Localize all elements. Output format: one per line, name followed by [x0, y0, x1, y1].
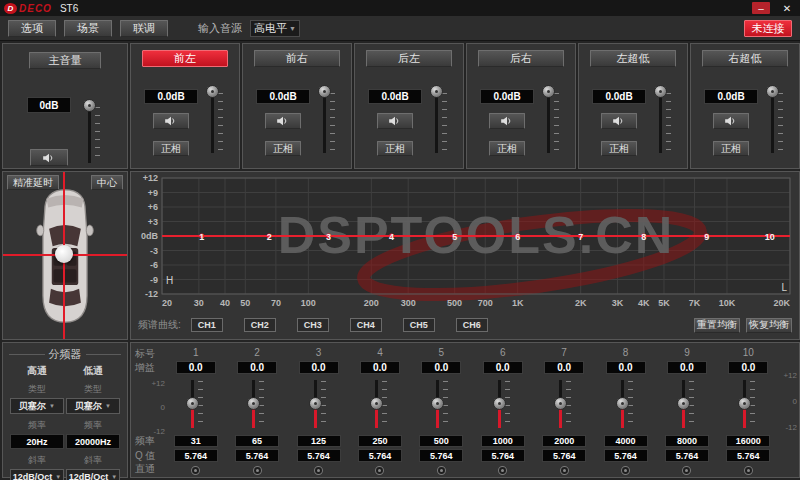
channel-gain-slider[interactable] [318, 83, 338, 155]
master-mute-button[interactable] [30, 149, 68, 166]
band-freq-value[interactable]: 8000 [665, 435, 709, 448]
center-button[interactable]: 中心 [91, 175, 123, 190]
channel-gain-slider[interactable] [206, 83, 226, 155]
channel-gain-value[interactable]: 0.0dB [480, 89, 534, 104]
band-q-value[interactable]: 5.764 [726, 449, 770, 462]
lowpass-freq-value[interactable]: 20000Hz [66, 434, 120, 449]
band-q-value[interactable]: 5.764 [297, 449, 341, 462]
channel-gain-slider-handle[interactable] [430, 85, 443, 98]
band-bypass-radio[interactable] [498, 466, 507, 475]
channel-mute-button[interactable] [489, 113, 525, 129]
master-volume-slider-handle[interactable] [83, 99, 96, 112]
master-volume-value[interactable]: 0dB [27, 97, 71, 113]
close-button[interactable]: ✕ [778, 2, 796, 14]
channel-mute-button[interactable] [377, 113, 413, 129]
band-q-value[interactable]: 5.764 [542, 449, 586, 462]
lowpass-slope-select[interactable]: 12dB/Oct▼ [66, 469, 120, 480]
channel-gain-slider-handle[interactable] [766, 85, 779, 98]
band-bypass-radio[interactable] [375, 466, 384, 475]
band-freq-value[interactable]: 1000 [481, 435, 525, 448]
band-bypass-radio[interactable] [437, 466, 446, 475]
channel-gain-value[interactable]: 0.0dB [256, 89, 310, 104]
restore-eq-button[interactable]: 恢复均衡 [746, 318, 792, 333]
channel-select-button[interactable]: 后左 [366, 50, 452, 67]
channel-phase-button[interactable]: 正相 [265, 141, 301, 156]
channel-phase-button[interactable]: 正相 [377, 141, 413, 156]
band-gain-slider-handle[interactable] [309, 397, 322, 410]
channel-phase-button[interactable]: 正相 [489, 141, 525, 156]
channel-select-button[interactable]: 右超低 [702, 50, 788, 67]
band-gain-value[interactable]: 0.0 [544, 361, 584, 375]
band-freq-value[interactable]: 65 [235, 435, 279, 448]
scene-button[interactable]: 场景 [64, 20, 112, 37]
tab-ch2[interactable]: CH2 [244, 318, 276, 332]
band-bypass-radio[interactable] [314, 466, 323, 475]
channel-select-button[interactable]: 左超低 [590, 50, 676, 67]
band-freq-value[interactable]: 250 [358, 435, 402, 448]
channel-gain-value[interactable]: 0.0dB [592, 89, 646, 104]
channel-select-button[interactable]: 前右 [254, 50, 340, 67]
band-gain-slider-handle[interactable] [616, 397, 629, 410]
precise-delay-button[interactable]: 精准延时 [7, 175, 59, 190]
joint-tuning-button[interactable]: 联调 [120, 20, 168, 37]
band-freq-value[interactable]: 2000 [542, 435, 586, 448]
band-freq-value[interactable]: 4000 [604, 435, 648, 448]
band-bypass-radio[interactable] [621, 466, 630, 475]
channel-mute-button[interactable] [153, 113, 189, 129]
band-freq-value[interactable]: 16000 [726, 435, 770, 448]
tab-ch4[interactable]: CH4 [350, 318, 382, 332]
band-gain-slider[interactable] [616, 376, 636, 430]
channel-gain-slider[interactable] [542, 83, 562, 155]
channel-gain-slider[interactable] [654, 83, 674, 155]
band-gain-value[interactable]: 0.0 [728, 361, 768, 375]
band-q-value[interactable]: 5.764 [174, 449, 218, 462]
lowpass-type-select[interactable]: 贝塞尔▼ [66, 398, 120, 414]
band-gain-slider[interactable] [677, 376, 697, 430]
minimize-button[interactable]: – [752, 2, 770, 14]
band-gain-slider-handle[interactable] [493, 397, 506, 410]
band-gain-slider[interactable] [186, 376, 206, 430]
highpass-type-select[interactable]: 贝塞尔▼ [10, 398, 64, 414]
channel-mute-button[interactable] [713, 113, 749, 129]
band-gain-slider[interactable] [493, 376, 513, 430]
band-gain-value[interactable]: 0.0 [237, 361, 277, 375]
band-bypass-radio[interactable] [253, 466, 262, 475]
band-q-value[interactable]: 5.764 [358, 449, 402, 462]
tab-ch1[interactable]: CH1 [191, 318, 223, 332]
channel-mute-button[interactable] [265, 113, 301, 129]
band-q-value[interactable]: 5.764 [481, 449, 525, 462]
reset-eq-button[interactable]: 重置均衡 [694, 318, 740, 333]
band-freq-value[interactable]: 125 [297, 435, 341, 448]
band-gain-value[interactable]: 0.0 [360, 361, 400, 375]
channel-select-button[interactable]: 前左 [142, 50, 228, 67]
band-q-value[interactable]: 5.764 [604, 449, 648, 462]
band-freq-value[interactable]: 31 [174, 435, 218, 448]
highpass-slope-select[interactable]: 12dB/Oct▼ [10, 469, 64, 480]
band-gain-value[interactable]: 0.0 [421, 361, 461, 375]
channel-gain-slider-handle[interactable] [542, 85, 555, 98]
master-volume-button[interactable]: 主音量 [29, 52, 101, 69]
band-bypass-radio[interactable] [682, 466, 691, 475]
channel-phase-button[interactable]: 正相 [601, 141, 637, 156]
band-bypass-radio[interactable] [744, 466, 753, 475]
band-gain-slider[interactable] [309, 376, 329, 430]
channel-gain-slider[interactable] [766, 83, 786, 155]
options-button[interactable]: 选项 [8, 20, 56, 37]
band-q-value[interactable]: 5.764 [665, 449, 709, 462]
channel-gain-value[interactable]: 0.0dB [144, 89, 198, 104]
band-gain-slider[interactable] [554, 376, 574, 430]
band-bypass-radio[interactable] [191, 466, 200, 475]
master-volume-slider[interactable] [83, 97, 103, 165]
tab-ch6[interactable]: CH6 [456, 318, 488, 332]
channel-phase-button[interactable]: 正相 [713, 141, 749, 156]
input-source-select[interactable]: 高电平 ▼ [250, 20, 300, 37]
channel-gain-slider-handle[interactable] [654, 85, 667, 98]
channel-select-button[interactable]: 后右 [478, 50, 564, 67]
band-bypass-radio[interactable] [560, 466, 569, 475]
band-freq-value[interactable]: 500 [419, 435, 463, 448]
connect-status-button[interactable]: 未连接 [744, 20, 792, 37]
band-gain-slider[interactable] [431, 376, 451, 430]
tab-ch3[interactable]: CH3 [297, 318, 329, 332]
band-gain-value[interactable]: 0.0 [299, 361, 339, 375]
band-q-value[interactable]: 5.764 [235, 449, 279, 462]
